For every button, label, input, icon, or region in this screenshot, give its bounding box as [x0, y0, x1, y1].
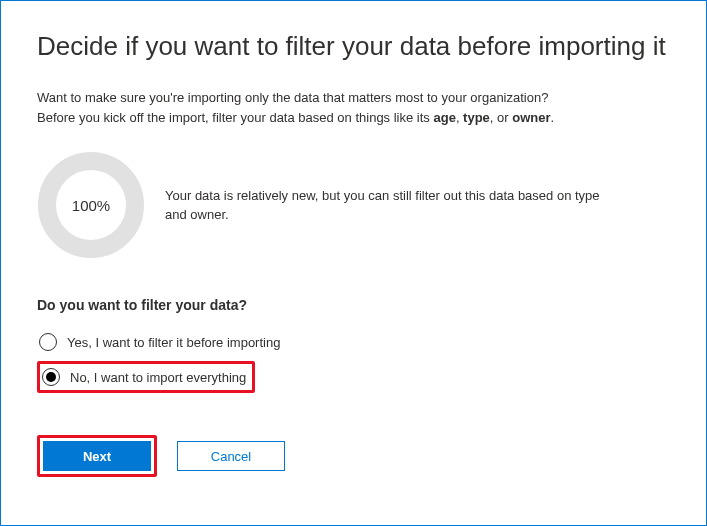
radio-group: Yes, I want to filter it before importin… — [37, 329, 670, 393]
next-button[interactable]: Next — [43, 441, 151, 471]
intro-text: Want to make sure you're importing only … — [37, 88, 670, 127]
radio-circle-selected-icon — [42, 368, 60, 386]
radio-label-yes: Yes, I want to filter it before importin… — [67, 335, 280, 350]
donut-chart: 100% — [37, 151, 145, 259]
radio-option-no[interactable]: No, I want to import everything — [37, 361, 255, 393]
radio-label-no: No, I want to import everything — [70, 370, 246, 385]
intro-line2-prefix: Before you kick off the import, filter y… — [37, 110, 433, 125]
intro-bold-owner: owner — [512, 110, 550, 125]
radio-option-yes[interactable]: Yes, I want to filter it before importin… — [37, 329, 286, 355]
donut-description: Your data is relatively new, but you can… — [165, 186, 605, 225]
cancel-button[interactable]: Cancel — [177, 441, 285, 471]
radio-circle-icon — [39, 333, 57, 351]
donut-percent-label: 100% — [72, 197, 110, 214]
next-button-highlight: Next — [37, 435, 157, 477]
donut-row: 100% Your data is relatively new, but yo… — [37, 151, 670, 259]
page-title: Decide if you want to filter your data b… — [37, 31, 670, 62]
intro-bold-type: type — [463, 110, 490, 125]
button-row: Next Cancel — [37, 435, 670, 477]
intro-bold-age: age — [433, 110, 455, 125]
intro-line1: Want to make sure you're importing only … — [37, 90, 548, 105]
filter-question: Do you want to filter your data? — [37, 297, 670, 313]
